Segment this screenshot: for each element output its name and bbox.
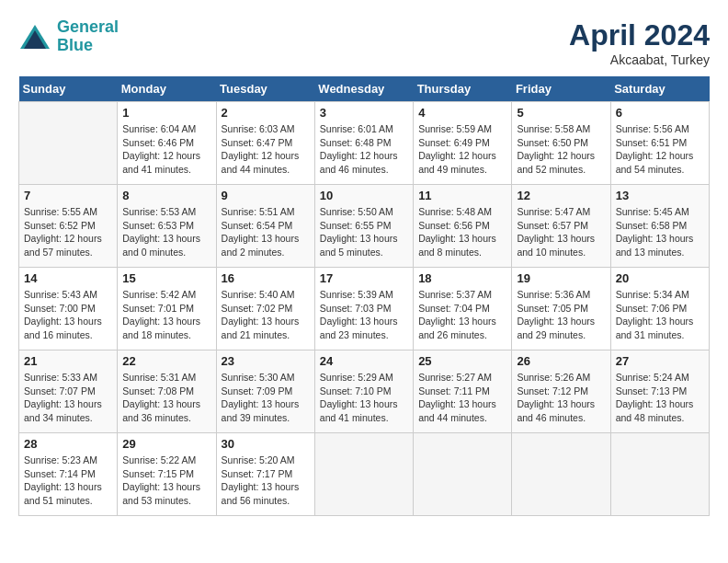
day-number: 14 [24,271,112,285]
calendar-cell: 28Sunrise: 5:23 AM Sunset: 7:14 PM Dayli… [19,433,118,516]
day-number: 2 [222,106,310,120]
calendar-cell [512,433,610,516]
weekday-header-cell: Friday [512,76,610,102]
calendar-cell: 7Sunrise: 5:55 AM Sunset: 6:52 PM Daylig… [19,185,118,268]
calendar-cell: 19Sunrise: 5:36 AM Sunset: 7:05 PM Dayli… [512,268,610,350]
calendar-cell: 21Sunrise: 5:33 AM Sunset: 7:07 PM Dayli… [19,350,118,433]
calendar-table: SundayMondayTuesdayWednesdayThursdayFrid… [18,76,710,516]
day-info: Sunrise: 5:39 AM Sunset: 7:03 PM Dayligh… [320,288,408,342]
day-number: 16 [222,271,310,285]
day-info: Sunrise: 5:27 AM Sunset: 7:11 PM Dayligh… [418,371,506,425]
day-info: Sunrise: 5:43 AM Sunset: 7:00 PM Dayligh… [24,288,112,342]
weekday-header-cell: Thursday [414,76,512,102]
location: Akcaabat, Turkey [569,52,710,67]
day-number: 9 [222,189,310,202]
calendar-cell [610,433,709,516]
day-number: 8 [122,189,210,202]
calendar-cell [314,433,413,516]
calendar-cell: 25Sunrise: 5:27 AM Sunset: 7:11 PM Dayli… [414,350,512,433]
day-info: Sunrise: 5:50 AM Sunset: 6:55 PM Dayligh… [320,205,408,259]
day-info: Sunrise: 5:29 AM Sunset: 7:10 PM Dayligh… [320,371,408,425]
calendar-cell: 30Sunrise: 5:20 AM Sunset: 7:17 PM Dayli… [216,433,314,516]
day-info: Sunrise: 5:51 AM Sunset: 6:54 PM Dayligh… [222,205,310,259]
calendar-cell: 26Sunrise: 5:26 AM Sunset: 7:12 PM Dayli… [512,350,610,433]
calendar-cell: 22Sunrise: 5:31 AM Sunset: 7:08 PM Dayli… [118,350,216,433]
calendar-cell: 8Sunrise: 5:53 AM Sunset: 6:53 PM Daylig… [118,185,216,268]
calendar-cell: 2Sunrise: 6:03 AM Sunset: 6:47 PM Daylig… [216,102,314,185]
calendar-week-row: 28Sunrise: 5:23 AM Sunset: 7:14 PM Dayli… [19,433,710,516]
day-number: 5 [517,106,605,120]
day-info: Sunrise: 5:24 AM Sunset: 7:13 PM Dayligh… [616,371,704,425]
day-number: 11 [418,189,506,202]
day-info: Sunrise: 5:55 AM Sunset: 6:52 PM Dayligh… [24,205,112,259]
calendar-cell: 27Sunrise: 5:24 AM Sunset: 7:13 PM Dayli… [610,350,709,433]
day-number: 18 [418,271,506,285]
calendar-cell [414,433,512,516]
day-number: 6 [616,106,704,120]
calendar-cell: 4Sunrise: 5:59 AM Sunset: 6:49 PM Daylig… [414,102,512,185]
calendar-cell: 17Sunrise: 5:39 AM Sunset: 7:03 PM Dayli… [314,268,413,350]
day-info: Sunrise: 5:58 AM Sunset: 6:50 PM Dayligh… [517,122,605,177]
weekday-header-cell: Saturday [610,76,709,102]
calendar-cell: 1Sunrise: 6:04 AM Sunset: 6:46 PM Daylig… [118,102,216,185]
day-info: Sunrise: 5:53 AM Sunset: 6:53 PM Dayligh… [122,205,210,259]
calendar-cell: 5Sunrise: 5:58 AM Sunset: 6:50 PM Daylig… [512,102,610,185]
day-info: Sunrise: 6:01 AM Sunset: 6:48 PM Dayligh… [320,122,408,177]
month-year: April 2024 [569,18,710,52]
day-number: 22 [122,354,210,368]
day-info: Sunrise: 5:31 AM Sunset: 7:08 PM Dayligh… [122,371,210,425]
day-number: 12 [517,189,605,202]
day-number: 23 [222,354,310,368]
calendar-cell: 3Sunrise: 6:01 AM Sunset: 6:48 PM Daylig… [314,102,413,185]
day-info: Sunrise: 5:48 AM Sunset: 6:56 PM Dayligh… [418,205,506,259]
calendar-body: 1Sunrise: 6:04 AM Sunset: 6:46 PM Daylig… [19,102,710,516]
day-number: 3 [320,106,408,120]
day-info: Sunrise: 5:56 AM Sunset: 6:51 PM Dayligh… [616,122,704,177]
day-number: 7 [24,189,112,202]
day-info: Sunrise: 5:34 AM Sunset: 7:06 PM Dayligh… [616,288,704,342]
day-number: 26 [517,354,605,368]
weekday-header-cell: Monday [118,76,216,102]
logo-line2: Blue [57,36,93,54]
day-number: 13 [616,189,704,202]
day-info: Sunrise: 5:47 AM Sunset: 6:57 PM Dayligh… [517,205,605,259]
weekday-header-cell: Tuesday [216,76,314,102]
calendar-cell: 11Sunrise: 5:48 AM Sunset: 6:56 PM Dayli… [414,185,512,268]
day-info: Sunrise: 5:37 AM Sunset: 7:04 PM Dayligh… [418,288,506,342]
day-number: 29 [122,437,210,451]
calendar-cell: 24Sunrise: 5:29 AM Sunset: 7:10 PM Dayli… [314,350,413,433]
day-info: Sunrise: 6:03 AM Sunset: 6:47 PM Dayligh… [222,122,310,177]
calendar-week-row: 7Sunrise: 5:55 AM Sunset: 6:52 PM Daylig… [19,185,710,268]
weekday-header-cell: Wednesday [314,76,413,102]
day-info: Sunrise: 5:36 AM Sunset: 7:05 PM Dayligh… [517,288,605,342]
calendar-cell: 15Sunrise: 5:42 AM Sunset: 7:01 PM Dayli… [118,268,216,350]
day-number: 28 [24,437,112,451]
day-number: 25 [418,354,506,368]
calendar-cell: 29Sunrise: 5:22 AM Sunset: 7:15 PM Dayli… [118,433,216,516]
day-info: Sunrise: 5:30 AM Sunset: 7:09 PM Dayligh… [222,371,310,425]
day-info: Sunrise: 5:26 AM Sunset: 7:12 PM Dayligh… [517,371,605,425]
calendar-cell: 20Sunrise: 5:34 AM Sunset: 7:06 PM Dayli… [610,268,709,350]
day-info: Sunrise: 6:04 AM Sunset: 6:46 PM Dayligh… [122,122,210,177]
day-number: 30 [222,437,310,451]
calendar-week-row: 21Sunrise: 5:33 AM Sunset: 7:07 PM Dayli… [19,350,710,433]
day-info: Sunrise: 5:33 AM Sunset: 7:07 PM Dayligh… [24,371,112,425]
calendar-cell [19,102,118,185]
calendar-cell: 18Sunrise: 5:37 AM Sunset: 7:04 PM Dayli… [414,268,512,350]
day-number: 1 [122,106,210,120]
logo: General Blue [18,18,119,55]
day-number: 15 [122,271,210,285]
calendar-cell: 14Sunrise: 5:43 AM Sunset: 7:00 PM Dayli… [19,268,118,350]
calendar-cell: 13Sunrise: 5:45 AM Sunset: 6:58 PM Dayli… [610,185,709,268]
calendar-cell: 12Sunrise: 5:47 AM Sunset: 6:57 PM Dayli… [512,185,610,268]
logo-text: General Blue [57,18,119,55]
page-header: General Blue April 2024 Akcaabat, Turkey [18,18,710,67]
day-number: 10 [320,189,408,202]
day-number: 27 [616,354,704,368]
day-info: Sunrise: 5:20 AM Sunset: 7:17 PM Dayligh… [222,454,310,508]
calendar-cell: 6Sunrise: 5:56 AM Sunset: 6:51 PM Daylig… [610,102,709,185]
logo-line1: General [57,17,119,36]
day-info: Sunrise: 5:22 AM Sunset: 7:15 PM Dayligh… [122,454,210,508]
day-number: 24 [320,354,408,368]
calendar-cell: 16Sunrise: 5:40 AM Sunset: 7:02 PM Dayli… [216,268,314,350]
